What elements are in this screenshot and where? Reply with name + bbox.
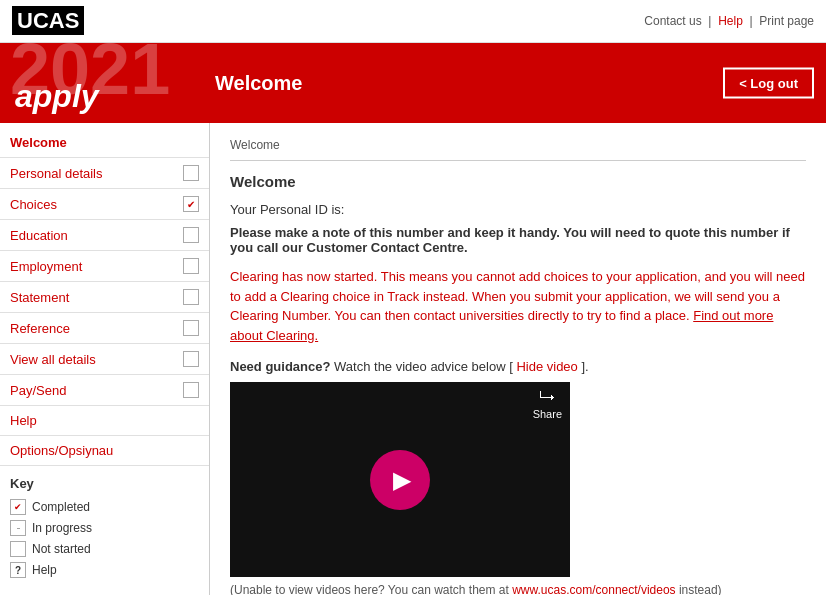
sidebar-pay-send-link[interactable]: Pay/Send <box>10 383 66 398</box>
sidebar-item-choices[interactable]: Choices ✔ <box>0 189 209 220</box>
breadcrumb: Welcome <box>230 138 806 152</box>
share-icon: ⮡ <box>533 390 562 408</box>
sidebar-employment-link[interactable]: Employment <box>10 259 82 274</box>
not-started-label: Not started <box>32 542 91 556</box>
sidebar-help-link[interactable]: Help <box>10 413 37 428</box>
sidebar-view-all-link[interactable]: View all details <box>10 352 96 367</box>
print-link[interactable]: Print page <box>759 14 814 28</box>
guidance-prefix: Need guidance? <box>230 359 330 374</box>
logo-text: UCAS <box>12 6 84 35</box>
play-icon: ▶ <box>393 466 411 494</box>
statement-checkbox[interactable] <box>183 289 199 305</box>
sidebar-item-view-all[interactable]: View all details <box>0 344 209 375</box>
in-progress-label: In progress <box>32 521 92 535</box>
sidebar-item-statement[interactable]: Statement <box>0 282 209 313</box>
sidebar-item-pay-send[interactable]: Pay/Send <box>0 375 209 406</box>
video-note-prefix: (Unable to view videos here? You can wat… <box>230 583 512 595</box>
video-note-suffix: instead) <box>679 583 722 595</box>
sidebar-welcome-link[interactable]: Welcome <box>10 135 67 150</box>
sidebar-item-welcome[interactable]: Welcome <box>0 128 209 158</box>
sidebar-item-help[interactable]: Help <box>0 406 209 436</box>
video-share-button[interactable]: ⮡ Share <box>533 390 562 420</box>
logout-button-container: < Log out <box>723 68 814 99</box>
main-layout: Welcome Personal details Choices ✔ Educa… <box>0 123 826 595</box>
sidebar-statement-link[interactable]: Statement <box>10 290 69 305</box>
education-checkbox[interactable] <box>183 227 199 243</box>
reference-checkbox[interactable] <box>183 320 199 336</box>
banner-apply: apply <box>15 78 99 115</box>
personal-id-note: Please make a note of this number and ke… <box>230 225 806 255</box>
guidance-section: Need guidance? Watch the video advice be… <box>230 359 806 595</box>
logout-button[interactable]: < Log out <box>723 68 814 99</box>
share-label: Share <box>533 408 562 420</box>
personal-id-label: Your Personal ID is: <box>230 202 806 217</box>
sidebar-item-personal-details[interactable]: Personal details <box>0 158 209 189</box>
completed-label: Completed <box>32 500 90 514</box>
help-key-icon: ? <box>10 562 26 578</box>
banner-title: Welcome <box>215 72 302 95</box>
sidebar-reference-link[interactable]: Reference <box>10 321 70 336</box>
sidebar-options-link[interactable]: Options/Opsiynau <box>10 443 113 458</box>
content-area: Welcome Welcome Your Personal ID is: Ple… <box>210 123 826 595</box>
pay-send-checkbox[interactable] <box>183 382 199 398</box>
key-section: Key ✔ Completed ··· In progress Not star… <box>0 466 209 593</box>
ucas-logo: UCAS <box>12 8 84 34</box>
personal-details-checkbox[interactable] <box>183 165 199 181</box>
employment-checkbox[interactable] <box>183 258 199 274</box>
view-all-checkbox[interactable] <box>183 351 199 367</box>
hide-video-link[interactable]: Hide video <box>516 359 577 374</box>
guidance-text: Need guidance? Watch the video advice be… <box>230 359 806 374</box>
guidance-suffix: ]. <box>581 359 588 374</box>
header: UCAS Contact us | Help | Print page <box>0 0 826 43</box>
key-completed: ✔ Completed <box>10 499 199 515</box>
key-not-started: Not started <box>10 541 199 557</box>
video-note: (Unable to view videos here? You can wat… <box>230 583 806 595</box>
sidebar-personal-details-link[interactable]: Personal details <box>10 166 103 181</box>
sidebar-item-reference[interactable]: Reference <box>0 313 209 344</box>
content-divider <box>230 160 806 161</box>
contact-us-link[interactable]: Contact us <box>644 14 701 28</box>
sidebar-item-education[interactable]: Education <box>0 220 209 251</box>
header-links: Contact us | Help | Print page <box>644 14 814 28</box>
sidebar-choices-link[interactable]: Choices <box>10 197 57 212</box>
sidebar-item-options[interactable]: Options/Opsiynau <box>0 436 209 466</box>
guidance-middle: Watch the video advice below [ <box>334 359 513 374</box>
sidebar-education-link[interactable]: Education <box>10 228 68 243</box>
key-title: Key <box>10 476 199 491</box>
clearing-notice: Clearing has now started. This means you… <box>230 267 806 345</box>
completed-icon: ✔ <box>10 499 26 515</box>
not-started-icon <box>10 541 26 557</box>
help-key-label: Help <box>32 563 57 577</box>
key-help: ? Help <box>10 562 199 578</box>
content-title: Welcome <box>230 173 806 190</box>
help-link[interactable]: Help <box>718 14 743 28</box>
sidebar: Welcome Personal details Choices ✔ Educa… <box>0 123 210 595</box>
sidebar-item-employment[interactable]: Employment <box>0 251 209 282</box>
in-progress-icon: ··· <box>10 520 26 536</box>
video-player[interactable]: ⮡ Share ▶ <box>230 382 570 577</box>
key-in-progress: ··· In progress <box>10 520 199 536</box>
video-note-url[interactable]: www.ucas.com/connect/videos <box>512 583 675 595</box>
choices-checkbox[interactable]: ✔ <box>183 196 199 212</box>
banner: 2021 apply Welcome < Log out <box>0 43 826 123</box>
play-button[interactable]: ▶ <box>370 450 430 510</box>
